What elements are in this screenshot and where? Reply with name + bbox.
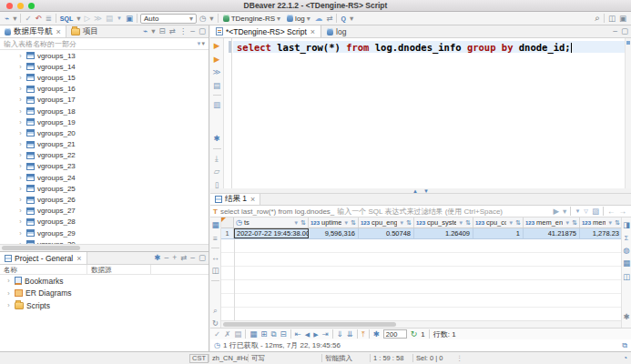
grid-settings-icon[interactable]: ✱ xyxy=(373,330,380,339)
tree-item-vgroups_29[interactable]: ›vgroups_29 xyxy=(0,228,209,238)
navigator-hscrollbar[interactable] xyxy=(0,244,209,251)
text-view-icon[interactable]: ≡ xyxy=(213,235,218,243)
calc-panel-icon[interactable]: ▦ xyxy=(623,259,630,268)
connect-icon[interactable]: ⌁ xyxy=(143,27,148,35)
tree-item-vgroups_18[interactable]: ›vgroups_18 xyxy=(0,106,209,116)
zoom-icon[interactable]: ⌕ xyxy=(213,307,218,315)
tree-item-vgroups_25[interactable]: ›vgroups_25 xyxy=(0,183,209,194)
edit-cell-icon[interactable]: ▦ xyxy=(249,330,257,339)
chevron-right-icon[interactable]: › xyxy=(17,75,24,81)
tree-item-vgroups_28[interactable]: ›vgroups_28 xyxy=(0,217,209,228)
query-log-icon[interactable]: ▥ xyxy=(213,101,220,109)
editor-canvas[interactable]: select last_row(*) from log.dnodes_info … xyxy=(233,38,625,188)
chevron-right-icon[interactable]: › xyxy=(17,197,24,203)
filter-save-icon[interactable]: ▼ xyxy=(575,208,580,214)
auto-refresh-icon[interactable]: ↻ xyxy=(411,329,418,339)
record-mode-icon[interactable]: ↔ xyxy=(211,254,219,262)
collapse-all-icon[interactable]: ⊟ xyxy=(158,27,165,35)
close-window-icon[interactable] xyxy=(6,3,13,9)
tree-item-vgroups_23[interactable]: ›vgroups_23 xyxy=(0,161,209,172)
maximize-panel-icon[interactable]: ▢ xyxy=(198,27,206,35)
chevron-right-icon[interactable]: › xyxy=(5,278,12,284)
tx-caret-icon[interactable]: ▾ xyxy=(209,15,213,23)
search-caret-icon[interactable]: ▾ xyxy=(350,15,353,23)
execute-icon[interactable]: ▷ xyxy=(84,15,90,23)
tab-projects[interactable]: 项目 xyxy=(66,25,103,37)
scrollbar-thumb[interactable] xyxy=(2,246,80,250)
maximize-icon[interactable]: ▢ xyxy=(621,27,628,35)
column-filter-icon[interactable]: ▼ xyxy=(343,220,349,226)
cell-cpu_cores[interactable]: 1 xyxy=(473,228,524,238)
tree-item-vgroups_21[interactable]: ›vgroups_21 xyxy=(0,139,209,150)
panels-icon[interactable]: ◫ xyxy=(211,267,219,275)
chevron-right-icon[interactable]: › xyxy=(17,152,24,158)
export-result-icon[interactable]: ⤓ xyxy=(215,155,219,163)
chevron-right-icon[interactable]: › xyxy=(17,163,24,169)
tree-item-vgroups_15[interactable]: ›vgroups_15 xyxy=(0,72,209,83)
column-sort-icon[interactable]: ⇅ xyxy=(572,219,577,227)
tab-result-1[interactable]: 结果 1 × xyxy=(210,194,260,205)
maximize-sash-icon[interactable]: ▲ xyxy=(412,188,418,194)
expand-all-icon[interactable]: + xyxy=(172,254,177,262)
notifications-icon[interactable]: ◔ xyxy=(623,354,627,362)
tree-item-vgroups_27[interactable]: ›vgroups_27 xyxy=(0,206,209,217)
column-sort-icon[interactable]: ⇅ xyxy=(465,219,471,227)
chevron-right-icon[interactable]: › xyxy=(17,108,24,115)
transaction-log-icon[interactable]: ≣ xyxy=(46,15,52,23)
grid-corner-cell[interactable] xyxy=(221,217,234,228)
minimize-panel-icon[interactable]: – xyxy=(190,27,195,35)
search-metadata-icon[interactable]: Q xyxy=(341,15,345,22)
metadata-panel-icon[interactable]: ◍ xyxy=(623,247,629,255)
minimize-icon[interactable]: – xyxy=(613,27,617,35)
close-icon[interactable]: × xyxy=(76,254,81,263)
column-sort-icon[interactable]: ⇅ xyxy=(515,219,521,227)
tree-item-vgroups_14[interactable]: ›vgroups_14 xyxy=(0,61,209,72)
project-item-bookmarks[interactable]: ›Bookmarks xyxy=(0,275,209,288)
fetch-next-page-icon[interactable]: ⇓ xyxy=(337,330,343,339)
chevron-right-icon[interactable]: › xyxy=(17,64,24,70)
connect-caret-icon[interactable]: ▾ xyxy=(151,27,155,35)
project-settings-icon[interactable]: ✱ xyxy=(154,254,160,262)
column-filter-icon[interactable]: ▼ xyxy=(508,220,514,226)
column-datasource[interactable]: 数据源 xyxy=(91,266,112,275)
row-number[interactable]: 1 xyxy=(221,228,234,238)
chevron-right-icon[interactable]: › xyxy=(17,175,24,181)
column-header-cpu_cores[interactable]: 123cpu_cores▼⇅ xyxy=(473,217,524,228)
execute-script-icon[interactable]: ≫ xyxy=(94,15,102,23)
explain-plan-icon[interactable]: ▤ xyxy=(213,82,220,90)
caret-position-indicator[interactable]: 1 : 59 : 58 xyxy=(371,354,412,362)
tab-sql-script[interactable]: *<TDengine-RS> Script × xyxy=(210,25,321,37)
tree-item-vgroups_26[interactable]: ›vgroups_26 xyxy=(0,194,209,205)
column-header-cpu_system[interactable]: 123cpu_system▼⇅ xyxy=(414,217,473,228)
filter-caret-icon[interactable]: ▾ xyxy=(563,207,566,216)
auto-commit-combo[interactable]: Auto ▾ xyxy=(140,14,197,24)
project-item-scripts[interactable]: ›Scripts xyxy=(0,299,209,312)
insert-mode-indicator[interactable]: 智能插入 xyxy=(322,354,370,363)
zoom-window-icon[interactable] xyxy=(28,3,35,9)
execute-script-icon[interactable]: ≫ xyxy=(213,68,221,76)
column-sort-icon[interactable]: ⇅ xyxy=(351,219,356,227)
history-back-icon[interactable]: ← xyxy=(607,207,616,216)
column-name[interactable]: 名称 xyxy=(4,266,17,275)
column-header-mem_engine[interactable]: 123mem_engine▼⇅ xyxy=(524,217,580,228)
column-sort-icon[interactable]: ⇅ xyxy=(300,219,306,227)
chevron-down-icon[interactable]: ▾ xyxy=(201,40,205,47)
column-filter-icon[interactable]: ▼ xyxy=(293,220,299,226)
sql-editor[interactable]: ▶▶≫▤▥✱⤓▱▯ select last_row(*) from log.dn… xyxy=(210,38,631,188)
column-filter-icon[interactable]: ▼ xyxy=(458,220,463,226)
open-editor-icon[interactable]: ◫ xyxy=(608,15,616,23)
script-changes-icon[interactable]: ▤ xyxy=(234,330,241,339)
export-grid-icon[interactable]: ⤒ xyxy=(361,330,365,339)
chevron-right-icon[interactable]: › xyxy=(5,290,12,297)
close-icon[interactable]: × xyxy=(250,195,255,204)
results-filterbar[interactable]: T select last_row(*) from log.dnodes_ 输入… xyxy=(210,206,631,217)
fetch-all-icon[interactable]: ⇊ xyxy=(347,330,353,339)
cell-cpu_system[interactable]: 1.26409 xyxy=(414,228,473,238)
column-sort-icon[interactable]: ⇅ xyxy=(406,219,412,227)
column-header-ts[interactable]: ◷ts▼⇅ xyxy=(234,217,309,228)
navigator-filter[interactable]: 输入表格名称的一部分 ▼ ▾ xyxy=(0,38,209,50)
history-forward-icon[interactable]: → xyxy=(619,207,627,216)
close-icon[interactable]: × xyxy=(56,27,61,36)
apply-filter-icon[interactable]: ▶ xyxy=(554,207,560,216)
chevron-right-icon[interactable]: › xyxy=(17,230,24,237)
